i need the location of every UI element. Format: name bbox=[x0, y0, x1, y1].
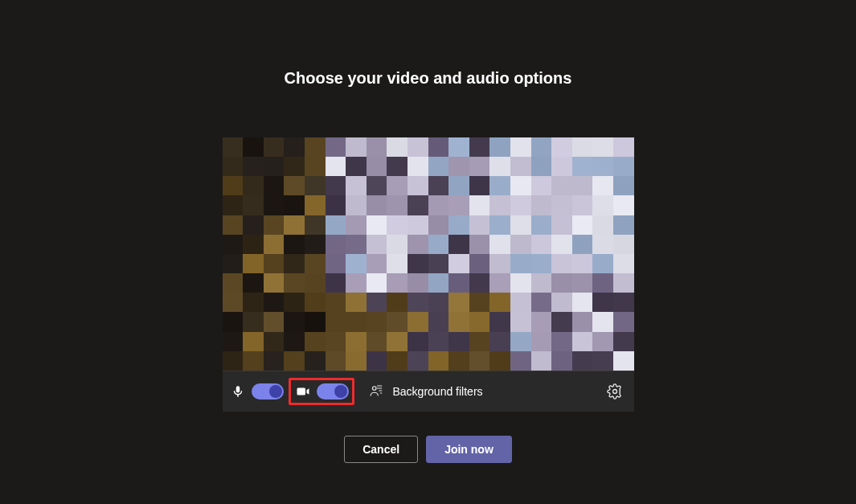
background-effects-icon bbox=[369, 383, 385, 400]
action-buttons: Cancel Join now bbox=[344, 436, 512, 463]
prejoin-panel: Background filters bbox=[223, 137, 634, 412]
page-title: Choose your video and audio options bbox=[285, 69, 572, 88]
background-filters-label: Background filters bbox=[393, 385, 483, 398]
background-filters-button[interactable]: Background filters bbox=[369, 383, 483, 400]
controls-bar: Background filters bbox=[223, 371, 634, 412]
microphone-icon bbox=[229, 383, 247, 400]
svg-point-0 bbox=[372, 387, 376, 391]
svg-point-1 bbox=[612, 390, 616, 394]
video-preview bbox=[223, 137, 634, 371]
device-settings-button[interactable] bbox=[607, 383, 623, 400]
camera-control-highlight bbox=[289, 378, 354, 405]
video-camera-icon bbox=[294, 383, 312, 400]
camera-toggle[interactable] bbox=[317, 383, 349, 400]
cancel-button[interactable]: Cancel bbox=[344, 436, 418, 463]
join-now-button[interactable]: Join now bbox=[426, 436, 512, 463]
microphone-toggle[interactable] bbox=[252, 383, 284, 400]
